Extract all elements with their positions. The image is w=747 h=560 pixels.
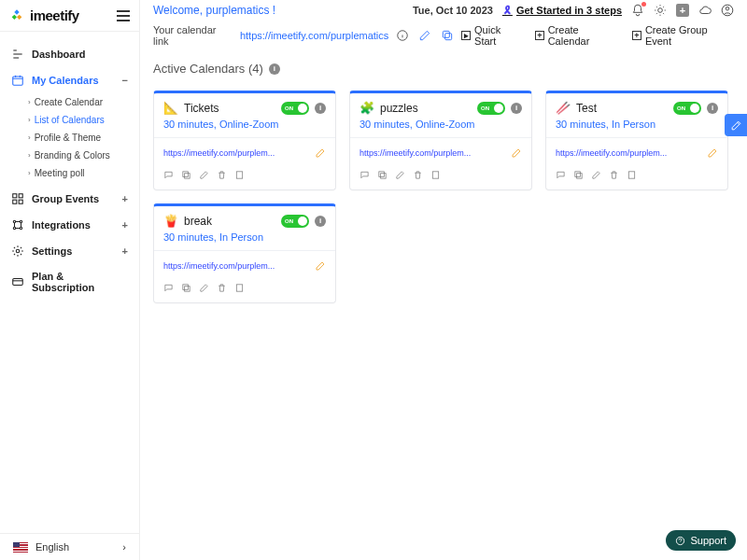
- sidebar-item-integrations[interactable]: Integrations +: [0, 212, 139, 238]
- chevron-right-icon: ›: [28, 151, 31, 160]
- submenu-create-calendar[interactable]: ›Create Calendar: [21, 93, 139, 111]
- edit-icon[interactable]: [707, 147, 718, 159]
- info-icon[interactable]: i: [315, 216, 326, 227]
- expand-icon[interactable]: +: [122, 219, 128, 231]
- sidebar-item-settings[interactable]: Settings +: [0, 238, 139, 264]
- status-toggle[interactable]: ON: [281, 215, 309, 228]
- sidebar-item-plan-subscription[interactable]: Plan & Subscription: [0, 264, 139, 300]
- info-icon[interactable]: i: [511, 103, 522, 114]
- embed-icon[interactable]: [627, 170, 637, 180]
- calendar-name[interactable]: break: [184, 215, 275, 228]
- sidebar-item-label: Settings: [32, 245, 72, 257]
- plus-icon: +: [632, 31, 641, 40]
- submenu-label: Create Calendar: [35, 97, 103, 107]
- svg-rect-25: [628, 172, 634, 178]
- expand-icon[interactable]: +: [122, 245, 128, 257]
- status-toggle[interactable]: ON: [673, 102, 701, 115]
- edit-icon[interactable]: [315, 260, 326, 272]
- chat-icon[interactable]: [556, 170, 566, 180]
- chevron-right-icon: ›: [122, 541, 126, 553]
- menu-toggle-icon[interactable]: [117, 10, 130, 21]
- chevron-right-icon: ›: [28, 169, 31, 177]
- sidebar: imeetify Dashboard My Calendars − ›Creat…: [0, 0, 140, 560]
- expand-icon[interactable]: +: [122, 193, 128, 204]
- share-icon[interactable]: [591, 170, 601, 180]
- svg-point-6: [20, 220, 21, 222]
- submenu-profile-theme[interactable]: ›Profile & Theme: [21, 129, 139, 147]
- share-icon[interactable]: [199, 170, 209, 180]
- sidebar-item-my-calendars[interactable]: My Calendars −: [0, 67, 139, 93]
- quick-start-button[interactable]: ▸Quick Start: [461, 24, 524, 47]
- calendar-subtitle: 30 minutes, In Person: [546, 119, 727, 137]
- create-group-event-label: Create Group Event: [645, 24, 734, 47]
- calendar-name[interactable]: Test: [576, 102, 668, 115]
- notification-bell-icon[interactable]: [631, 4, 644, 17]
- support-button[interactable]: Support: [666, 530, 736, 551]
- link-icons: [396, 29, 454, 42]
- submenu-meeting-poll[interactable]: ›Meeting poll: [21, 164, 139, 182]
- copy-icon[interactable]: [573, 170, 584, 180]
- svg-point-8: [20, 227, 21, 229]
- calendar-card: 📐 Tickets ON i 30 minutes, Online-Zoom h…: [153, 91, 336, 190]
- status-toggle[interactable]: ON: [477, 102, 505, 115]
- quick-start-label: Quick Start: [474, 24, 524, 47]
- copy-link-icon[interactable]: [441, 29, 454, 42]
- info-icon[interactable]: [396, 29, 409, 42]
- share-icon[interactable]: [199, 283, 209, 293]
- calendar-link-url[interactable]: https://imeetify.com/purplematics: [240, 30, 388, 41]
- theme-toggle-icon[interactable]: [654, 4, 667, 17]
- edit-icon[interactable]: [315, 147, 326, 159]
- share-icon[interactable]: [395, 170, 405, 180]
- create-group-event-button[interactable]: +Create Group Event: [632, 24, 734, 47]
- cloud-icon[interactable]: [698, 4, 712, 17]
- welcome-text: Welcome, purplematics !: [153, 4, 275, 17]
- embed-icon[interactable]: [234, 283, 245, 293]
- svg-point-9: [16, 249, 20, 253]
- svg-rect-27: [183, 285, 189, 290]
- card-actions: [154, 168, 335, 184]
- calendar-name[interactable]: puzzles: [380, 102, 472, 115]
- svg-rect-16: [444, 31, 450, 37]
- sidebar-item-dashboard[interactable]: Dashboard: [0, 41, 139, 67]
- edit-link-icon[interactable]: [418, 29, 431, 42]
- info-icon[interactable]: i: [269, 63, 280, 75]
- delete-icon[interactable]: [217, 283, 227, 293]
- sidebar-item-group-events[interactable]: Group Events +: [0, 186, 139, 212]
- info-icon[interactable]: i: [707, 103, 718, 114]
- profile-icon[interactable]: [721, 4, 734, 17]
- submenu-list-of-calendars[interactable]: ›List of Calendars: [21, 111, 139, 129]
- floating-edit-button[interactable]: [725, 114, 747, 136]
- integrations-icon: [11, 218, 24, 231]
- submenu-branding-colors[interactable]: ›Branding & Colors: [21, 147, 139, 164]
- submenu-label: List of Calendars: [35, 115, 105, 125]
- info-icon[interactable]: i: [315, 103, 326, 114]
- status-toggle[interactable]: ON: [281, 102, 309, 115]
- chat-icon[interactable]: [359, 170, 370, 180]
- chat-icon[interactable]: [163, 170, 174, 180]
- calendar-name[interactable]: Tickets: [184, 102, 275, 115]
- delete-icon[interactable]: [413, 170, 423, 180]
- calendar-emoji-icon: 🥢: [556, 101, 571, 115]
- copy-icon[interactable]: [181, 170, 191, 180]
- sidebar-item-label: Integrations: [32, 219, 91, 231]
- topbar-row2: Your calendar link https://imeetify.com/…: [153, 17, 734, 56]
- submenu-label: Meeting poll: [35, 168, 85, 178]
- add-new-icon[interactable]: +: [676, 4, 689, 17]
- language-selector[interactable]: English ›: [0, 533, 139, 560]
- delete-icon[interactable]: [217, 170, 227, 180]
- calendar-url[interactable]: https://imeetify.com/purplem...: [556, 148, 701, 158]
- calendar-url[interactable]: https://imeetify.com/purplem...: [163, 148, 309, 158]
- chat-icon[interactable]: [163, 283, 174, 293]
- delete-icon[interactable]: [609, 170, 619, 180]
- collapse-icon[interactable]: −: [122, 75, 128, 86]
- copy-icon[interactable]: [181, 283, 191, 293]
- support-label: Support: [690, 535, 726, 546]
- edit-icon[interactable]: [511, 147, 522, 159]
- calendar-url[interactable]: https://imeetify.com/purplem...: [359, 148, 505, 158]
- calendar-url[interactable]: https://imeetify.com/purplem...: [163, 261, 309, 271]
- get-started-link[interactable]: 🎗 Get Started in 3 steps: [502, 5, 622, 16]
- create-calendar-button[interactable]: +Create Calendar: [535, 24, 621, 47]
- embed-icon[interactable]: [430, 170, 441, 180]
- embed-icon[interactable]: [234, 170, 245, 180]
- copy-icon[interactable]: [377, 170, 388, 180]
